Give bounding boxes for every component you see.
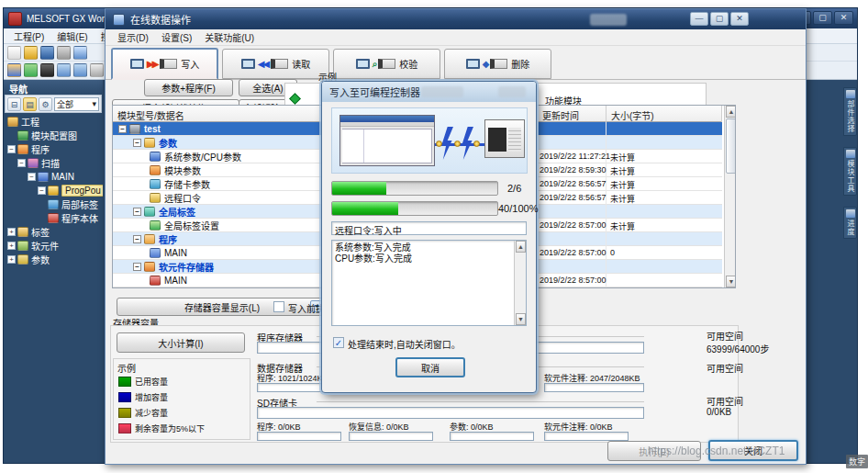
tb-save-all-icon[interactable] <box>24 63 38 77</box>
dialog-icon <box>113 14 125 26</box>
global-label-icon <box>144 207 155 217</box>
program-body-icon <box>48 213 59 223</box>
memory-legend-item: 减少容量 <box>118 407 168 419</box>
dialog-menu-item[interactable]: 关联功能(U) <box>198 29 261 45</box>
row-name-label: 模块参数 <box>164 163 201 177</box>
gear-icon[interactable]: ⚙ <box>39 97 52 111</box>
tb-find-icon[interactable] <box>90 63 104 77</box>
dialog-menu-item[interactable]: 设置(S) <box>155 29 198 45</box>
row-time-cell: 2019/2/22 8:56:57 <box>538 191 606 205</box>
collapse-icon[interactable]: − <box>133 263 141 271</box>
table-scrollbar[interactable]: ▲ ▼ <box>724 106 736 287</box>
collapse-icon[interactable]: − <box>17 159 26 167</box>
device-icon <box>17 241 28 251</box>
view-icon[interactable]: ▤ <box>23 97 37 111</box>
collapse-icon[interactable]: − <box>28 173 36 181</box>
column-header-size[interactable]: 大小(字节) <box>606 106 722 122</box>
dock-tab-模块工具[interactable]: 模块工具 <box>843 147 857 196</box>
collapse-icon[interactable]: − <box>133 235 141 243</box>
expand-icon[interactable]: + <box>7 242 16 250</box>
collapse-icon[interactable]: − <box>133 208 141 216</box>
read-arrows-icon: ◀◀ <box>258 59 268 69</box>
tb-list2-icon[interactable] <box>73 63 87 77</box>
maximize-icon[interactable]: ▢ <box>813 11 832 25</box>
row-name-label: 远程口令 <box>164 191 201 205</box>
tree-item-label: MAIN <box>51 172 74 182</box>
tree-item-MAIN[interactable]: −MAIN <box>4 170 103 184</box>
parameter-icon <box>17 254 28 265</box>
tree-item-程序[interactable]: −程序 <box>4 142 103 156</box>
collapse-icon[interactable]: − <box>38 186 46 195</box>
tb-list1-icon[interactable] <box>57 63 71 77</box>
dock-tab-进度[interactable]: 进度 <box>843 207 857 239</box>
log-scrollbar[interactable]: ▲ ▼ <box>514 241 526 325</box>
tb-module-icon[interactable] <box>40 63 54 77</box>
expand-icon[interactable]: + <box>7 228 16 236</box>
collapse-icon[interactable]: − <box>133 139 141 147</box>
scan-icon <box>28 158 39 168</box>
tree-item-程序本体[interactable]: 程序本体 <box>4 211 103 225</box>
dock-tab-icon <box>846 150 855 158</box>
open-file-icon[interactable] <box>24 46 38 60</box>
mode-tab-写入[interactable]: ▶▶写入 <box>111 48 218 80</box>
pre-write-check-checkbox[interactable] <box>273 301 284 312</box>
cancel-button[interactable]: 取消 <box>395 357 465 377</box>
tree-item-局部标签[interactable]: 局部标签 <box>4 197 103 211</box>
main-icon <box>38 172 49 182</box>
close-icon[interactable]: ✕ <box>730 12 749 26</box>
scroll-up-icon[interactable]: ▲ <box>726 106 736 118</box>
collapse-tree-icon[interactable]: ⊟ <box>7 97 21 111</box>
scrollbar-thumb[interactable] <box>726 118 736 174</box>
tree-item-参数[interactable]: +参数 <box>4 253 103 266</box>
row-name-label: MAIN <box>164 248 187 258</box>
tree-item-扫描[interactable]: −扫描 <box>4 156 103 170</box>
new-file-icon[interactable] <box>7 46 21 60</box>
size-calc-button[interactable]: 大小计算(I) <box>117 332 245 353</box>
mode-tab-校验[interactable]: ⌕校验 <box>333 49 440 79</box>
expand-icon[interactable]: + <box>7 255 16 264</box>
main-menu-item[interactable]: 工程(P) <box>7 28 50 44</box>
tree-item-label: 模块配置图 <box>31 129 77 142</box>
dialog-menu-item[interactable]: 显示(D) <box>111 29 155 45</box>
tree-item-软元件[interactable]: +软元件 <box>4 239 103 253</box>
tree-item-工程[interactable]: 工程 <box>4 115 103 129</box>
row-size-cell: 未计算 <box>606 191 722 205</box>
scroll-down-icon[interactable]: ▼ <box>726 276 736 287</box>
auto-close-label: 处理结束时,自动关闭窗口。 <box>348 337 461 351</box>
nav-filter-value: 全部 <box>57 98 73 110</box>
tb-tree-icon[interactable] <box>7 63 21 77</box>
mode-tab-删除[interactable]: ◆删除 <box>444 49 551 79</box>
column-header-time[interactable]: 更新时间 <box>538 106 606 122</box>
main-menu-item[interactable]: 编辑(E) <box>50 28 94 44</box>
tree-item-标签[interactable]: +标签 <box>4 225 103 239</box>
tree-item-label: 扫描 <box>41 156 60 170</box>
sd-card-bar <box>257 407 644 419</box>
row-time-cell <box>538 232 606 246</box>
auto-close-checkbox[interactable]: ✓ <box>333 337 344 348</box>
tree-item-模块配置图[interactable]: 模块配置图 <box>4 129 103 142</box>
device-comment-bar <box>544 383 644 392</box>
tree-item-ProgPou[interactable]: −ProgPou <box>4 184 103 197</box>
row-name-label: 系统参数/CPU参数 <box>164 150 241 163</box>
mode-tab-读取[interactable]: ◀◀读取 <box>222 49 329 79</box>
log-line: 系统参数:写入完成 <box>332 242 526 253</box>
scroll-down-icon[interactable]: ▼ <box>516 313 526 325</box>
write-illustration <box>331 107 528 174</box>
blurred-watermark <box>498 86 526 97</box>
row-name-label: 程序 <box>159 232 177 246</box>
close-icon[interactable]: ✕ <box>834 11 853 25</box>
maximize-icon[interactable]: ▢ <box>710 12 729 26</box>
param-program-button[interactable]: 参数+程序(F) <box>144 79 233 96</box>
collapse-icon[interactable]: − <box>7 145 16 153</box>
save-icon[interactable] <box>40 46 54 60</box>
row-size-cell <box>606 136 722 150</box>
devmem-icon <box>144 262 155 272</box>
minimize-icon[interactable]: — <box>690 12 708 26</box>
nav-filter-dropdown[interactable]: 全部 ▾ <box>54 97 99 111</box>
collapse-icon[interactable]: − <box>118 125 127 133</box>
dock-tab-部件选择[interactable]: 部件选择 <box>843 87 857 136</box>
scroll-up-icon[interactable]: ▲ <box>516 241 526 253</box>
print-icon[interactable] <box>57 46 71 60</box>
row-time-cell: 2019/2/22 8:57:00 <box>538 219 606 232</box>
help-icon[interactable] <box>73 46 87 60</box>
